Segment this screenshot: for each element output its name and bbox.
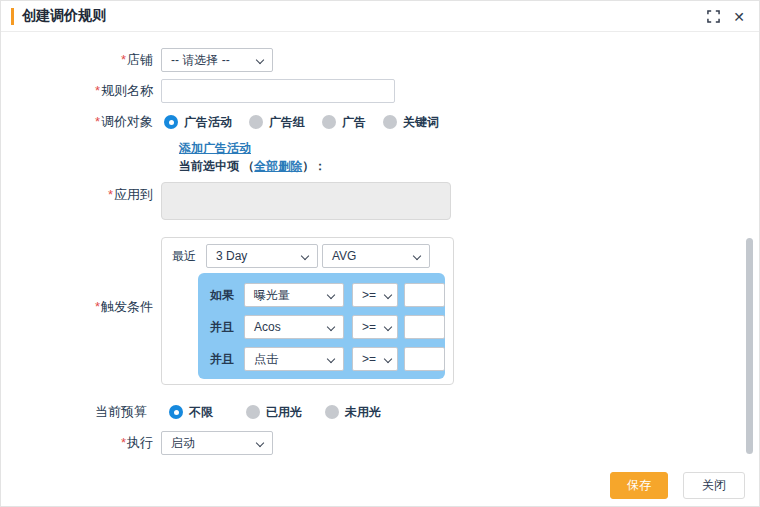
shop-select[interactable]: -- 请选择 -- [161,48,273,72]
recent-row: 最近 3 Day AVG [172,244,453,268]
condition-builder-panel: 如果 曝光量 >= 并且 Ac [198,273,445,379]
dialog-body: *店铺 -- 请选择 -- *规则名称 *调价对象 广告活动 广告组 [1,32,759,455]
action-row: *执行 启动 [1,431,759,455]
required-mark: * [95,83,100,98]
threshold-input[interactable] [404,347,445,371]
budget-row: 当前预算 不限 已用光 未用光 [1,400,759,424]
chevron-down-icon [384,291,392,299]
operator-select[interactable]: >= [352,315,398,339]
create-bid-rule-dialog: 创建调价规则 ✕ *店铺 -- 请选择 -- *规则名称 *调价对象 [0,0,760,507]
required-mark: * [95,114,100,129]
operator-select[interactable]: >= [352,283,398,307]
budget-label: 当前预算 [1,400,161,424]
trigger-label: *触发条件 [1,237,161,385]
radio-unselected-icon [249,115,263,129]
chevron-down-icon [327,323,335,331]
aggregation-select[interactable]: AVG [322,244,430,268]
radio-unselected-icon [383,115,397,129]
apply-to-row: *应用到 [1,182,759,220]
target-row: *调价对象 广告活动 广告组 广告 关键词 [1,110,759,134]
chevron-down-icon [301,252,309,260]
rule-name-row: *规则名称 [1,79,759,103]
chevron-down-icon [327,291,335,299]
required-mark: * [108,187,113,202]
condition-connector: 并且 [210,319,236,336]
rule-name-input[interactable] [161,79,395,103]
dialog-footer: 保存 关闭 [610,472,745,499]
threshold-input[interactable] [404,283,445,307]
metric-select[interactable]: 曝光量 [244,283,344,307]
chevron-down-icon [413,252,421,260]
trigger-row: *触发条件 最近 3 Day AVG 如果 [1,237,759,385]
title-accent-bar [11,8,14,25]
shop-select-value: -- 请选择 -- [171,53,230,67]
required-mark: * [121,435,126,450]
links-row: 添加广告活动 当前选中项 （全部删除）： [1,140,759,174]
radio-unselected-icon [325,405,339,419]
radio-unselected-icon [322,115,336,129]
required-mark: * [95,299,100,314]
metric-select[interactable]: Acos [244,315,344,339]
action-label: *执行 [1,431,161,455]
chevron-down-icon [256,439,264,447]
target-option-adgroup[interactable]: 广告组 [249,114,305,131]
condition-row: 并且 点击 >= [210,347,445,371]
apply-to-selected-box [161,182,451,220]
radio-selected-icon [164,115,178,129]
close-icon[interactable]: ✕ [731,9,747,25]
close-button[interactable]: 关闭 [683,472,745,499]
selected-items-line: 当前选中项 （全部删除）： [179,159,326,174]
required-mark: * [121,52,126,67]
vertical-scrollbar-thumb[interactable] [746,238,753,454]
target-option-keyword[interactable]: 关键词 [383,114,439,131]
target-option-ad[interactable]: 广告 [322,114,366,131]
period-select[interactable]: 3 Day [206,244,318,268]
radio-selected-icon [169,405,183,419]
condition-row: 如果 曝光量 >= [210,283,445,307]
condition-connector: 如果 [210,287,236,304]
save-button[interactable]: 保存 [610,472,668,499]
shop-row: *店铺 -- 请选择 -- [1,48,759,72]
chevron-down-icon [384,355,392,363]
recent-label: 最近 [172,248,198,265]
radio-unselected-icon [246,405,260,419]
apply-to-label: *应用到 [1,182,161,220]
budget-option-unlimited[interactable]: 不限 [169,404,213,421]
target-radio-group: 广告活动 广告组 广告 关键词 [164,110,456,134]
chevron-down-icon [384,323,392,331]
budget-option-not-used-up[interactable]: 未用光 [325,404,381,421]
trigger-panel: 最近 3 Day AVG 如果 曝光量 [161,237,454,385]
budget-radio-group: 不限 已用光 未用光 [169,400,398,424]
dialog-title: 创建调价规则 [22,7,106,25]
action-select[interactable]: 启动 [161,431,273,455]
fullscreen-icon[interactable] [705,9,721,25]
dialog-header: 创建调价规则 ✕ [1,1,759,32]
shop-label: *店铺 [1,48,161,72]
target-option-campaign[interactable]: 广告活动 [164,114,232,131]
selected-items-prefix: 当前选中项 [179,159,242,173]
rule-name-label: *规则名称 [1,79,161,103]
budget-option-used-up[interactable]: 已用光 [246,404,302,421]
metric-select[interactable]: 点击 [244,347,344,371]
condition-row: 并且 Acos >= [210,315,445,339]
target-label: *调价对象 [1,110,161,134]
condition-connector: 并且 [210,351,236,368]
add-campaign-link[interactable]: 添加广告活动 [179,141,251,155]
chevron-down-icon [327,355,335,363]
chevron-down-icon [256,56,264,64]
threshold-input[interactable] [404,315,445,339]
operator-select[interactable]: >= [352,347,398,371]
clear-all-link[interactable]: 全部删除 [254,159,302,173]
